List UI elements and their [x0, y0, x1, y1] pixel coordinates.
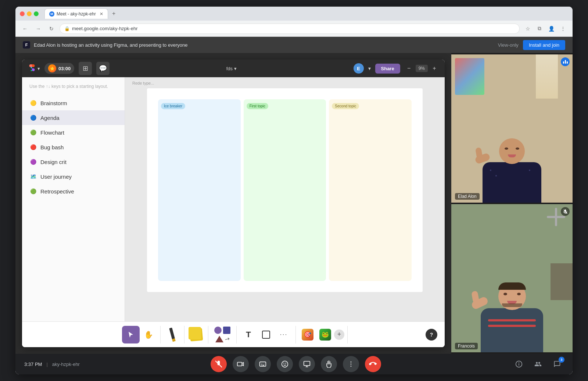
- sidebar-item-retrospective[interactable]: 🟢 Retrospective: [22, 184, 125, 199]
- cursor-tool-button[interactable]: [122, 326, 140, 343]
- back-button[interactable]: ←: [20, 24, 30, 34]
- audio-bar-3: [567, 61, 568, 64]
- help-button[interactable]: ?: [426, 329, 437, 341]
- status-controls: [211, 356, 381, 372]
- sidebar-item-bug-bash[interactable]: 🔴 Bug bash: [22, 140, 125, 154]
- info-button[interactable]: [512, 357, 526, 371]
- retrospective-icon: 🟢: [29, 188, 37, 195]
- close-window-button[interactable]: [20, 11, 25, 16]
- more-tools-button[interactable]: ···: [275, 326, 293, 343]
- banner-right: View-only Install and join: [498, 40, 565, 50]
- user-avatar[interactable]: E: [354, 63, 364, 74]
- stairs-bg: [551, 263, 573, 300]
- francois-head: [498, 282, 526, 310]
- figma-area: ▾ ⭐ 03:00 ⊞ 💬 fds ▾ E ▾: [15, 53, 451, 354]
- bookmark-button[interactable]: ☆: [523, 24, 533, 34]
- raise-hand-button[interactable]: [321, 356, 337, 372]
- forward-button[interactable]: →: [33, 24, 43, 34]
- plugin-2-icon: 🐸: [319, 329, 331, 341]
- sidebar-label-agenda: Agenda: [40, 115, 60, 121]
- new-tab-button[interactable]: +: [110, 9, 118, 18]
- text-tools: T ···: [237, 326, 296, 343]
- zoom-value[interactable]: 9%: [416, 65, 428, 72]
- profile-button[interactable]: 👤: [546, 24, 556, 34]
- window-light: [536, 54, 558, 99]
- bug-bash-icon: 🔴: [29, 143, 37, 151]
- status-right: 3: [512, 357, 564, 371]
- hand-tool-button[interactable]: ✋: [140, 326, 157, 343]
- reload-button[interactable]: ↻: [46, 24, 57, 34]
- banner-message: Edad Alon is hosting an activity using F…: [34, 42, 187, 48]
- chat-badge: 3: [559, 357, 564, 363]
- figma-icon: F: [23, 41, 30, 49]
- pencil-icon: [169, 327, 176, 342]
- view-only-button[interactable]: View-only: [498, 42, 519, 48]
- sidebar-item-brainstorm[interactable]: 🟡 Brainstorm: [22, 96, 125, 110]
- title-bar: M Meet - aky-hzpk-ehr ✕ +: [15, 7, 573, 21]
- zoom-out-button[interactable]: −: [405, 64, 413, 73]
- share-button[interactable]: Share: [375, 64, 400, 74]
- extensions-button[interactable]: ⧉: [534, 24, 545, 34]
- present-button[interactable]: [299, 356, 315, 372]
- captions-button[interactable]: [255, 356, 271, 372]
- user-dropdown-arrow[interactable]: ▾: [368, 65, 371, 71]
- pencil-tool-button[interactable]: [164, 326, 181, 343]
- video-name-francois: Francois: [455, 343, 478, 349]
- sidebar-item-agenda[interactable]: 🔵 Agenda: [22, 110, 125, 125]
- figma-logo-button[interactable]: ▾: [28, 64, 40, 72]
- brainstorm-icon: 🟡: [29, 99, 37, 107]
- plugin-2-button[interactable]: 🐸: [316, 326, 334, 343]
- shapes-button[interactable]: ↗: [211, 326, 233, 343]
- canvas-toggle-button[interactable]: ⊞: [79, 62, 92, 75]
- sidebar-item-design-crit[interactable]: 🟣 Design crit: [22, 154, 125, 169]
- more-tools-icon: ···: [280, 331, 287, 338]
- tab-close-button[interactable]: ✕: [100, 11, 103, 17]
- figma-bottom-toolbar: ✋: [22, 321, 445, 347]
- nav-actions: ☆ ⧉ 👤 ⋮: [523, 24, 568, 34]
- sidebar-label-brainstorm: Brainstorm: [40, 100, 67, 106]
- sticky-tools: [184, 326, 208, 343]
- maximize-window-button[interactable]: [34, 11, 39, 16]
- sidebar-item-user-journey[interactable]: 🗺️ User journey: [22, 169, 125, 184]
- sidebar-hint: Use the ↑↓ keys to pick a starting layou…: [22, 83, 125, 96]
- tab-bar: M Meet - aky-hzpk-ehr ✕ +: [44, 8, 118, 19]
- elad-shirt: [483, 162, 541, 203]
- first-topic-label: First topic: [247, 103, 268, 109]
- end-call-button[interactable]: [365, 356, 381, 372]
- install-join-button[interactable]: Install and join: [523, 40, 565, 50]
- add-plugin-button[interactable]: +: [334, 330, 344, 340]
- minimize-window-button[interactable]: [27, 11, 32, 16]
- sidebar-item-flowchart[interactable]: 🟢 Flowchart: [22, 125, 125, 140]
- sticky-note-button[interactable]: [187, 326, 205, 343]
- video-name-elad: Elad Alon: [455, 193, 480, 200]
- more-options-button[interactable]: ⋮: [558, 24, 568, 34]
- zoom-in-button[interactable]: +: [430, 64, 439, 73]
- status-bar: 3:37 PM | aky-hzpk-ehr: [15, 354, 573, 374]
- address-bar[interactable]: 🔒 meet.google.com/aky-hzpk-ehr: [60, 24, 520, 34]
- agenda-col-second-topic: Second topic: [329, 99, 412, 281]
- plugin-1-icon: 🎯: [302, 329, 313, 341]
- plugin-1-button[interactable]: 🎯: [299, 326, 316, 343]
- sidebar-label-user-journey: User journey: [40, 174, 72, 180]
- mute-button[interactable]: [211, 356, 227, 372]
- audio-bar-2: [565, 60, 566, 64]
- ice-breaker-label: Ice breaker: [161, 103, 185, 109]
- timer-value: 03:00: [58, 66, 71, 71]
- info-banner: F Edad Alon is hosting an activity using…: [15, 37, 573, 53]
- active-tab[interactable]: M Meet - aky-hzpk-ehr ✕: [44, 8, 108, 19]
- participants-button[interactable]: [531, 357, 545, 371]
- emoji-button[interactable]: [277, 356, 293, 372]
- svg-point-4: [282, 361, 288, 367]
- agenda-icon: 🔵: [29, 114, 37, 121]
- figma-canvas[interactable]: Rede type... Ice breaker First topic: [125, 77, 445, 321]
- camera-button[interactable]: [233, 356, 249, 372]
- figma-sidebar: Use the ↑↓ keys to pick a starting layou…: [22, 77, 125, 321]
- tab-title: Meet - aky-hzpk-ehr: [57, 11, 96, 17]
- comment-button[interactable]: 💬: [96, 62, 110, 75]
- frame-tool-button[interactable]: [257, 326, 275, 343]
- chat-button[interactable]: 3: [551, 357, 564, 371]
- text-tool-button[interactable]: T: [240, 326, 257, 343]
- main-content: ▾ ⭐ 03:00 ⊞ 💬 fds ▾ E ▾: [15, 53, 573, 354]
- more-options-meet-button[interactable]: [343, 356, 359, 372]
- file-name[interactable]: fds ▾: [226, 66, 237, 71]
